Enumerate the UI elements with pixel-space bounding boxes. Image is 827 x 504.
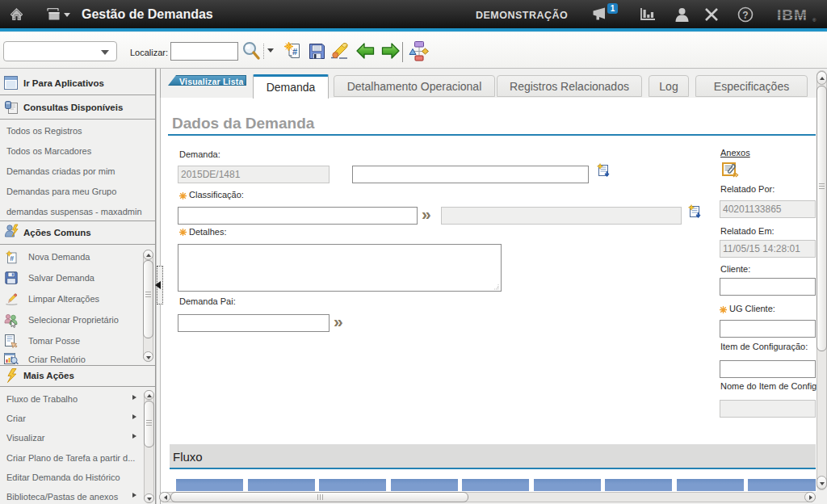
svg-text:?: ? <box>742 10 748 21</box>
svg-text:®: ® <box>812 18 817 23</box>
svg-text:IBM: IBM <box>777 7 808 23</box>
svg-text:#: # <box>10 254 14 262</box>
svg-text:#: # <box>292 47 297 57</box>
